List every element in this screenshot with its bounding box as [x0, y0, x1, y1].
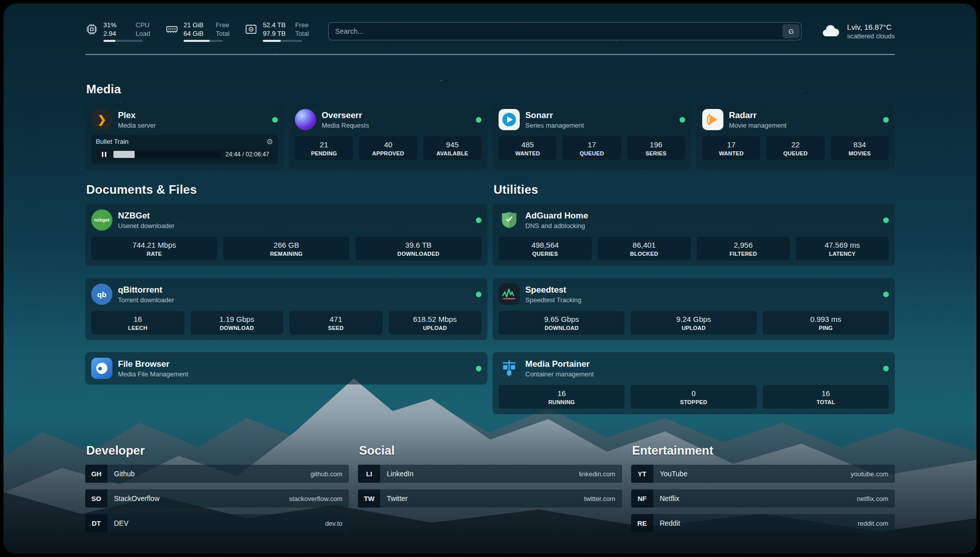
now-playing-title: Bullet Train — [96, 138, 129, 145]
stat-label: DOWNLOADED — [357, 251, 479, 257]
search-input[interactable] — [330, 27, 782, 35]
stat-total: 16 TOTAL — [763, 385, 889, 409]
documents-column: Documents & Files nzbget NZBGet Usenet d… — [85, 170, 487, 384]
cpu-load-value: 2.94 — [103, 29, 130, 38]
service-card-filebrowser[interactable]: File Browser Media File Management — [85, 352, 487, 384]
bookmark-netflix[interactable]: NF Netflix netflix.com — [631, 489, 895, 508]
plex-icon: ❯ — [91, 109, 112, 130]
status-online-dot — [476, 366, 481, 371]
service-name: Plex — [118, 110, 156, 121]
bookmark-github[interactable]: GH Github github.com — [85, 465, 349, 483]
service-card-sonarr[interactable]: Sonarr Series management 485 WANTED 17 Q… — [493, 103, 691, 170]
stat-pending: 21 PENDING — [295, 136, 353, 160]
stat-approved: 40 APPROVED — [359, 136, 417, 160]
stat-series: 196 SERIES — [627, 136, 685, 160]
stat-label: DOWNLOAD — [193, 325, 282, 331]
filebrowser-icon — [91, 358, 112, 379]
bookmarks-area: Developer GH Github github.com SO StackO… — [85, 443, 895, 532]
status-online-dot — [883, 292, 889, 297]
stat-value: 47.569 ms — [798, 241, 887, 249]
bookmark-url: netflix.com — [857, 495, 895, 503]
playback-progress-fill — [113, 151, 135, 158]
stat-value: 618.52 Mbps — [391, 315, 480, 323]
stat-remaining: 266 GB REMAINING — [223, 237, 349, 260]
service-description: Torrent downloader — [118, 296, 174, 304]
stat-value: 17 — [704, 140, 758, 149]
section-title-social: Social — [359, 443, 622, 458]
stat-label: QUERIES — [501, 251, 590, 257]
stat-downloaded: 39.6 TB DOWNLOADED — [355, 237, 481, 260]
cpu-usage-value: 31% — [103, 21, 130, 29]
service-card-adguard[interactable]: AdGuard Home DNS and adblocking 498,564 … — [493, 204, 895, 266]
search-provider-button[interactable]: G — [782, 24, 800, 38]
disk-total-value: 97.9 TB — [263, 29, 289, 38]
stat-value: 17 — [565, 140, 619, 149]
service-card-nzbget[interactable]: nzbget NZBGet Usenet downloader 744.21 M… — [85, 204, 487, 266]
bookmark-name: Twitter — [387, 494, 407, 503]
bookmark-url: github.com — [311, 470, 349, 478]
gear-icon[interactable]: ⚙ — [267, 138, 273, 145]
bookmark-abbr: SO — [85, 489, 107, 508]
service-card-portainer[interactable]: Media Portainer Container management 16 … — [493, 352, 895, 414]
search-bar: G — [328, 22, 802, 40]
service-description: Speedtest Tracking — [525, 296, 581, 304]
disk-stats: 52.4 TBFree 97.9 TBTotal — [263, 21, 309, 42]
dashboard-content: 31%CPU 2.94Load 21 GiBFree 64 GiBTotal — [4, 4, 976, 553]
stat-filtered: 2,956 FILTERED — [697, 237, 790, 260]
stat-value: 39.6 TB — [357, 241, 479, 249]
section-title-documents: Documents & Files — [86, 183, 487, 197]
service-card-overseerr[interactable]: Overseerr Media Requests 21 PENDING 40 A… — [289, 103, 487, 170]
status-online-dot — [476, 117, 481, 123]
stat-label: SEED — [291, 325, 381, 331]
stat-label: FILTERED — [699, 251, 788, 257]
bookmark-reddit[interactable]: RE Reddit reddit.com — [631, 514, 895, 532]
bookmark-name: StackOverflow — [114, 494, 159, 503]
dashboard-frame: 31%CPU 2.94Load 21 GiBFree 64 GiBTotal — [4, 4, 976, 553]
service-card-speedtest[interactable]: Speedtest Speedtest Tracking 9.65 Gbps D… — [493, 278, 895, 340]
service-card-radarr[interactable]: Radarr Movie management 17 WANTED 22 QUE… — [696, 103, 895, 170]
stat-label: LATENCY — [798, 251, 887, 257]
service-description: Usenet downloader — [118, 221, 174, 230]
stat-label: WANTED — [704, 150, 758, 156]
nzbget-icon: nzbget — [91, 209, 112, 231]
bookmark-youtube[interactable]: YT YouTube youtube.com — [631, 465, 895, 483]
bookmark-url: reddit.com — [858, 520, 895, 527]
bookmark-abbr: NF — [631, 489, 653, 508]
stat-value: 834 — [833, 140, 887, 149]
plex-player-bar: 24:44 / 02:06:47 — [96, 149, 273, 160]
bookmark-group-social: Social LI LinkedIn linkedin.com TW Twitt… — [358, 443, 622, 532]
ram-icon — [165, 23, 178, 36]
service-description: Container management — [525, 370, 594, 378]
ram-free-value: 21 GiB — [183, 21, 210, 29]
weather-text: Lviv, 16.87°C scattered clouds — [847, 23, 895, 40]
service-name: Overseerr — [322, 110, 369, 121]
bookmark-name: Reddit — [660, 519, 680, 527]
stat-value: 0.993 ms — [765, 315, 887, 323]
stat-running: 16 RUNNING — [499, 385, 625, 409]
service-card-qbittorrent[interactable]: qb qBittorrent Torrent downloader 16 LEE… — [85, 278, 487, 340]
cloud-icon — [821, 21, 841, 41]
section-title-entertainment: Entertainment — [632, 443, 895, 458]
bookmark-dev[interactable]: DT DEV dev.to — [85, 514, 349, 532]
ram-resource-widget: 21 GiBFree 64 GiBTotal — [165, 21, 229, 42]
service-name: NZBGet — [118, 210, 174, 221]
bookmark-linkedin[interactable]: LI LinkedIn linkedin.com — [358, 465, 622, 483]
stat-label: DOWNLOAD — [501, 325, 623, 331]
stat-leech: 16 LEECH — [91, 311, 185, 335]
playback-progress-track[interactable] — [113, 151, 221, 158]
ram-total-label: Total — [216, 29, 229, 38]
service-name: Speedtest — [525, 285, 581, 295]
adguard-icon — [499, 209, 520, 231]
bookmark-twitter[interactable]: TW Twitter twitter.com — [358, 489, 622, 508]
utilities-column: Utilities AdGuard Home DNS and adblockin… — [493, 170, 895, 414]
stat-download: 9.65 Gbps DOWNLOAD — [499, 311, 625, 335]
service-card-plex[interactable]: ❯ Plex Media server Bullet Train ⚙ — [85, 103, 284, 170]
pause-button[interactable] — [98, 150, 109, 158]
bookmark-stackoverflow[interactable]: SO StackOverflow stackoverflow.com — [85, 489, 349, 508]
stat-upload: 9.24 Gbps UPLOAD — [631, 311, 757, 335]
bookmark-name: Netflix — [660, 494, 680, 503]
header-divider — [85, 54, 895, 55]
stat-label: STOPPED — [633, 399, 755, 405]
overseerr-icon — [295, 109, 316, 130]
ram-total-value: 64 GiB — [183, 29, 210, 38]
